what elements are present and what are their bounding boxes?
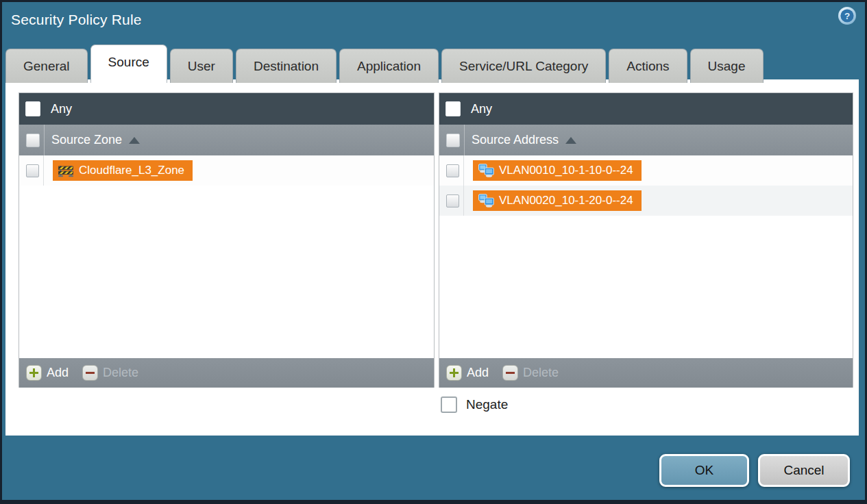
item-chip[interactable]: Cloudflare_L3_Zone bbox=[53, 160, 193, 181]
tab-user[interactable]: User bbox=[170, 49, 233, 83]
table-row[interactable]: VLAN0020_10-1-20-0--24 bbox=[439, 186, 853, 216]
item-chip[interactable]: VLAN0020_10-1-20-0--24 bbox=[473, 190, 642, 211]
column-divider bbox=[464, 125, 465, 155]
negate-option: Negate bbox=[441, 396, 508, 413]
source-zone-column-header[interactable]: Source Zone bbox=[19, 125, 434, 155]
add-button[interactable]: Add bbox=[26, 365, 69, 381]
address-computers-glyph bbox=[478, 194, 494, 207]
svg-text:?: ? bbox=[844, 11, 850, 21]
sort-asc-icon bbox=[565, 137, 576, 144]
zone-icon bbox=[58, 164, 74, 177]
column-divider bbox=[44, 125, 45, 155]
minus-icon bbox=[502, 365, 518, 381]
column-divider bbox=[463, 155, 464, 186]
source-address-column-header[interactable]: Source Address bbox=[439, 125, 853, 155]
sort-asc-icon bbox=[129, 137, 140, 144]
column-header-label: Source Address bbox=[472, 133, 559, 147]
plus-icon bbox=[26, 365, 42, 381]
tab-source[interactable]: Source bbox=[90, 45, 167, 83]
address-computers-glyph bbox=[478, 164, 494, 177]
source-zone-any-header: Any bbox=[19, 93, 434, 125]
any-label: Any bbox=[471, 102, 492, 116]
source-address-list: VLAN0010_10-1-10-0--24 VLAN0020_10-1-20-… bbox=[439, 155, 853, 358]
item-label: Cloudflare_L3_Zone bbox=[79, 164, 184, 177]
select-all-checkbox[interactable] bbox=[26, 134, 40, 147]
any-checkbox[interactable] bbox=[25, 101, 40, 116]
column-divider bbox=[463, 186, 464, 216]
row-checkbox[interactable] bbox=[446, 164, 459, 177]
item-chip[interactable]: VLAN0010_10-1-10-0--24 bbox=[473, 160, 642, 181]
source-zone-list: Cloudflare_L3_Zone bbox=[19, 155, 434, 358]
tab-application[interactable]: Application bbox=[339, 49, 439, 83]
zone-barrier-glyph bbox=[58, 164, 74, 177]
column-header-label: Source Zone bbox=[51, 133, 122, 147]
source-zone-panel: Any Source Zone Cloudflare_L3_Zone bbox=[19, 92, 435, 388]
row-checkbox[interactable] bbox=[26, 164, 39, 177]
negate-label: Negate bbox=[466, 397, 508, 412]
tab-content: Any Source Zone Cloudflare_L3_Zone bbox=[5, 79, 859, 436]
ok-button[interactable]: OK bbox=[659, 454, 749, 487]
tab-service-url-category[interactable]: Service/URL Category bbox=[441, 49, 606, 83]
table-row[interactable]: Cloudflare_L3_Zone bbox=[19, 155, 434, 186]
tab-usage[interactable]: Usage bbox=[690, 49, 764, 83]
cancel-button[interactable]: Cancel bbox=[758, 454, 850, 487]
tab-actions[interactable]: Actions bbox=[609, 49, 687, 83]
source-zone-footer: Add Delete bbox=[19, 358, 434, 388]
any-checkbox[interactable] bbox=[445, 101, 461, 116]
security-policy-rule-dialog: Security Policy Rule ? GeneralSourceUser… bbox=[0, 0, 867, 504]
plus-icon bbox=[446, 365, 462, 381]
tab-bar: GeneralSourceUserDestinationApplicationS… bbox=[5, 45, 764, 83]
address-icon bbox=[478, 164, 494, 177]
select-all-checkbox[interactable] bbox=[446, 134, 460, 147]
item-label: VLAN0010_10-1-10-0--24 bbox=[499, 164, 633, 177]
delete-button[interactable]: Delete bbox=[82, 365, 138, 381]
tab-destination[interactable]: Destination bbox=[236, 49, 337, 83]
any-label: Any bbox=[51, 102, 72, 116]
negate-checkbox[interactable] bbox=[441, 396, 457, 413]
tab-general[interactable]: General bbox=[5, 49, 88, 83]
minus-icon bbox=[82, 365, 98, 381]
column-divider bbox=[43, 155, 44, 186]
delete-button[interactable]: Delete bbox=[502, 365, 559, 381]
dialog-title: Security Policy Rule bbox=[11, 12, 142, 28]
help-icon[interactable]: ? bbox=[838, 6, 857, 25]
table-row[interactable]: VLAN0010_10-1-10-0--24 bbox=[439, 155, 853, 186]
source-address-footer: Add Delete bbox=[439, 358, 853, 388]
source-address-panel: Any Source Address VLAN0010_10-1-10-0--2… bbox=[439, 92, 853, 388]
item-label: VLAN0020_10-1-20-0--24 bbox=[499, 194, 633, 207]
add-button[interactable]: Add bbox=[446, 365, 489, 381]
source-address-any-header: Any bbox=[439, 93, 853, 125]
address-icon bbox=[478, 194, 494, 207]
row-checkbox[interactable] bbox=[446, 194, 459, 207]
